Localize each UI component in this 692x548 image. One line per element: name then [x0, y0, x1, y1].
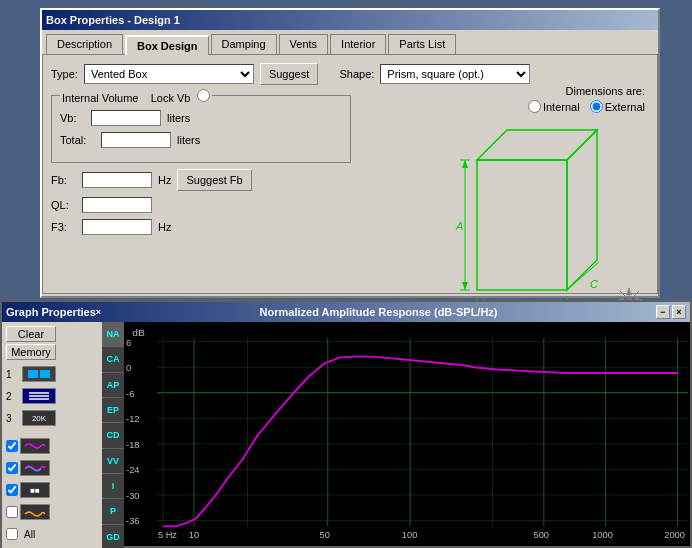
fb-input[interactable]: 36,: [82, 172, 152, 188]
svg-text:0: 0: [126, 363, 131, 373]
svg-text:C: C: [590, 278, 598, 290]
side-label-p[interactable]: P: [102, 499, 124, 524]
f3-input[interactable]: 28,87: [82, 219, 152, 235]
dimensions-area: Dimensions are: Internal External: [528, 85, 645, 119]
svg-text:100: 100: [402, 530, 417, 540]
internal-radio-label[interactable]: Internal: [528, 100, 580, 113]
external-radio-label[interactable]: External: [590, 100, 645, 113]
side-label-na[interactable]: NA: [102, 322, 124, 347]
side-label-ap[interactable]: AP: [102, 373, 124, 398]
tab-damping[interactable]: Damping: [211, 34, 277, 54]
all-checkbox[interactable]: [6, 528, 18, 540]
wave-icon-1[interactable]: [20, 438, 50, 454]
total-input[interactable]: 75,06: [101, 132, 171, 148]
fb-label: Fb:: [51, 174, 76, 186]
window-title: Box Properties - Design 1: [46, 14, 180, 26]
ctrl-icon-3[interactable]: 20K: [22, 410, 56, 426]
checkbox-1[interactable]: [6, 440, 18, 452]
main-window: Box Properties - Design 1 Description Bo…: [40, 8, 660, 298]
radio-row: Internal External: [528, 100, 645, 113]
ctrl-row-1: 1: [6, 364, 98, 384]
graph-controls-panel: Clear Memory 1 2 3 20K: [2, 322, 102, 548]
graph-svg: dB 6 0 -6 -12 -18 -24 -30 -36: [124, 322, 690, 546]
suggest-fb-button[interactable]: Suggest Fb: [177, 169, 251, 191]
svg-text:1000: 1000: [592, 530, 613, 540]
wave-icon-2[interactable]: [20, 460, 50, 476]
tab-description[interactable]: Description: [46, 34, 123, 54]
title-bar: Box Properties - Design 1: [42, 10, 658, 30]
total-unit: liters: [177, 134, 200, 146]
side-label-ca[interactable]: CA: [102, 347, 124, 372]
clear-button[interactable]: Clear: [6, 326, 56, 342]
tab-content: Type: Vented Box Suggest Shape: Prism, s…: [42, 54, 658, 294]
tab-vents[interactable]: Vents: [279, 34, 329, 54]
ctrl-check-1: [6, 436, 98, 456]
svg-rect-26: [40, 370, 50, 378]
svg-marker-21: [626, 288, 632, 295]
svg-text:5 Hz: 5 Hz: [158, 530, 178, 540]
ctrl-icon-1[interactable]: [22, 366, 56, 382]
lock-vb-radio[interactable]: [197, 89, 210, 102]
checkbox-3[interactable]: [6, 484, 18, 496]
side-label-ep[interactable]: EP: [102, 398, 124, 423]
svg-text:6: 6: [126, 338, 131, 348]
ctrl-icon-2[interactable]: [22, 388, 56, 404]
svg-marker-16: [462, 282, 468, 290]
shape-select[interactable]: Prism, square (opt.): [380, 64, 530, 84]
side-label-vv[interactable]: VV: [102, 449, 124, 474]
vb-label: Vb:: [60, 112, 85, 124]
svg-text:-6: -6: [126, 389, 134, 399]
ctrl-check-3: ■■: [6, 480, 98, 500]
tab-interior[interactable]: Interior: [330, 34, 386, 54]
lock-vb-label: Lock Vb: [151, 92, 191, 104]
type-select[interactable]: Vented Box: [84, 64, 254, 84]
f3-label: F3:: [51, 221, 76, 233]
all-row: All: [6, 524, 98, 544]
fb-unit: Hz: [158, 174, 171, 186]
side-label-cd[interactable]: CD: [102, 423, 124, 448]
all-label: All: [24, 529, 35, 540]
close-button[interactable]: ×: [672, 305, 686, 319]
graph-window-buttons: − ×: [656, 305, 686, 319]
internal-radio[interactable]: [528, 100, 541, 113]
external-radio[interactable]: [590, 100, 603, 113]
group-label: Internal Volume Lock Vb: [60, 89, 212, 104]
svg-rect-25: [28, 370, 38, 378]
svg-text:-36: -36: [126, 517, 139, 527]
checkbox-4[interactable]: [6, 506, 18, 518]
type-label: Type:: [51, 68, 78, 80]
ql-input[interactable]: 7,: [82, 197, 152, 213]
ctrl-label-3: 3: [6, 413, 20, 424]
svg-text:-30: -30: [126, 491, 139, 501]
tab-parts-list[interactable]: Parts List: [388, 34, 456, 54]
ql-label: QL:: [51, 199, 76, 211]
minimize-button[interactable]: −: [656, 305, 670, 319]
side-labels-panel: NA CA AP EP CD VV I P GD: [102, 322, 124, 548]
vb-unit: liters: [167, 112, 190, 124]
side-label-i[interactable]: I: [102, 474, 124, 499]
graph-title-left: Graph Properties: [6, 306, 96, 318]
svg-text:50: 50: [320, 530, 330, 540]
graph-window: Graph Properties × Normalized Amplitude …: [0, 300, 692, 548]
svg-text:A: A: [455, 220, 463, 232]
svg-rect-30: [124, 322, 690, 546]
waveform-icon[interactable]: ■■: [20, 482, 50, 498]
tilde-icon[interactable]: [20, 504, 50, 520]
svg-text:-24: -24: [126, 465, 139, 475]
suggest-button[interactable]: Suggest: [260, 63, 318, 85]
side-label-gd[interactable]: GD: [102, 525, 124, 548]
memory-button[interactable]: Memory: [6, 344, 56, 360]
tab-box-design[interactable]: Box Design: [125, 35, 209, 55]
vb-input[interactable]: 60,: [91, 110, 161, 126]
ctrl-row-spacer: [6, 430, 98, 434]
box-svg: A B C: [427, 120, 637, 320]
shape-label: Shape:: [339, 68, 374, 80]
ctrl-row-3: 3 20K: [6, 408, 98, 428]
checkbox-2[interactable]: [6, 462, 18, 474]
svg-text:500: 500: [534, 530, 549, 540]
svg-text:10: 10: [189, 530, 199, 540]
ctrl-check-2: [6, 458, 98, 478]
svg-marker-15: [462, 160, 468, 168]
f3-unit: Hz: [158, 221, 171, 233]
box-3d-diagram: A B C: [427, 120, 647, 320]
